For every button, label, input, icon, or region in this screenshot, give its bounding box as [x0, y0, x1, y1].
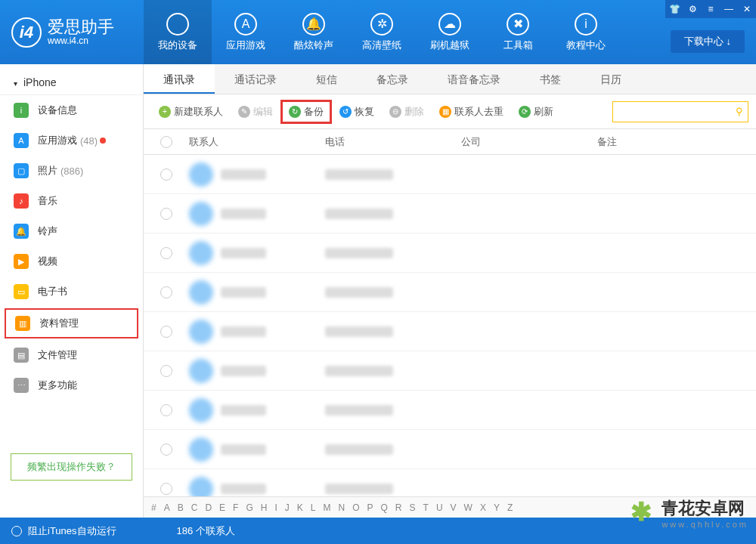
col-phone[interactable]: 电话	[325, 135, 461, 149]
row-checkbox[interactable]	[160, 483, 172, 495]
sidebar-item-3[interactable]: ♪音乐	[0, 186, 143, 216]
table-row[interactable]	[144, 273, 756, 312]
alpha-K[interactable]: K	[297, 502, 303, 513]
row-checkbox[interactable]	[160, 404, 172, 416]
search-box[interactable]: ⚲	[612, 101, 748, 122]
tool-恢复[interactable]: ↺恢复	[332, 101, 382, 122]
tool-刷新[interactable]: ⟳刷新	[511, 101, 561, 122]
alpha-#[interactable]: #	[151, 502, 156, 513]
help-link[interactable]: 频繁出现操作失败？	[11, 453, 132, 481]
sub-tab-6[interactable]: 日历	[581, 64, 641, 94]
nav-tab-3[interactable]: ✲高清壁纸	[348, 0, 416, 64]
alpha-A[interactable]: A	[164, 502, 170, 513]
avatar	[189, 320, 213, 344]
nav-tab-5[interactable]: ✖工具箱	[484, 0, 552, 64]
close-button[interactable]: ✕	[738, 0, 756, 18]
alpha-P[interactable]: P	[367, 502, 373, 513]
table-row[interactable]	[144, 155, 756, 194]
alpha-S[interactable]: S	[410, 502, 416, 513]
alpha-J[interactable]: J	[285, 502, 290, 513]
alpha-U[interactable]: U	[436, 502, 443, 513]
search-icon[interactable]: ⚲	[736, 106, 743, 117]
nav-tab-6[interactable]: i教程中心	[552, 0, 620, 64]
sub-tab-4[interactable]: 语音备忘录	[428, 64, 520, 94]
nav-tab-1[interactable]: A应用游戏	[212, 0, 280, 64]
alpha-I[interactable]: I	[274, 502, 277, 513]
alpha-D[interactable]: D	[205, 502, 212, 513]
table-row[interactable]	[144, 312, 756, 351]
alpha-R[interactable]: R	[395, 502, 402, 513]
sidebar-item-8[interactable]: ▤文件管理	[0, 340, 143, 370]
alpha-Q[interactable]: Q	[381, 502, 388, 513]
alpha-H[interactable]: H	[261, 502, 268, 513]
nav-tab-2[interactable]: 🔔酷炫铃声	[280, 0, 348, 64]
sidebar-icon: ▥	[15, 316, 30, 331]
sidebar-item-6[interactable]: ▭电子书	[0, 277, 143, 307]
sub-tab-2[interactable]: 短信	[296, 64, 357, 94]
sub-tab-1[interactable]: 通话记录	[215, 64, 296, 94]
sub-tab-0[interactable]: 通讯录	[144, 64, 215, 94]
alpha-T[interactable]: T	[423, 502, 429, 513]
table-row[interactable]	[144, 469, 756, 496]
sidebar-item-7[interactable]: ▥资料管理	[5, 308, 138, 338]
avatar	[189, 280, 213, 304]
alpha-G[interactable]: G	[246, 502, 253, 513]
alpha-Z[interactable]: Z	[507, 502, 513, 513]
minimize-button[interactable]: —	[720, 0, 738, 18]
table-row[interactable]	[144, 233, 756, 273]
device-selector[interactable]: iPhone	[0, 70, 143, 95]
tool-删除[interactable]: ⊖删除	[382, 101, 432, 122]
sidebar-item-0[interactable]: i设备信息	[0, 95, 143, 125]
menu-icon[interactable]: ≡	[702, 0, 720, 18]
shirt-icon[interactable]: 👕	[665, 0, 683, 18]
alpha-W[interactable]: W	[464, 502, 472, 513]
sidebar-item-5[interactable]: ▶视频	[0, 246, 143, 277]
sub-tab-5[interactable]: 书签	[520, 64, 581, 94]
alpha-M[interactable]: M	[323, 502, 330, 513]
table-row[interactable]	[144, 194, 756, 233]
table-row[interactable]	[144, 351, 756, 391]
avatar	[189, 477, 213, 497]
alpha-E[interactable]: E	[219, 502, 225, 513]
table-row[interactable]	[144, 430, 756, 469]
alpha-X[interactable]: X	[480, 502, 486, 513]
col-contact[interactable]: 联系人	[181, 135, 325, 149]
alpha-O[interactable]: O	[352, 502, 359, 513]
alpha-C[interactable]: C	[191, 502, 198, 513]
select-all-checkbox[interactable]	[160, 136, 172, 148]
sub-tab-3[interactable]: 备忘录	[357, 64, 428, 94]
row-checkbox[interactable]	[160, 168, 172, 181]
alpha-Y[interactable]: Y	[494, 502, 500, 513]
row-checkbox[interactable]	[160, 247, 172, 259]
row-checkbox[interactable]	[160, 444, 172, 456]
alpha-B[interactable]: B	[178, 502, 184, 513]
row-checkbox[interactable]	[160, 286, 172, 298]
table-row[interactable]	[144, 391, 756, 430]
alpha-F[interactable]: F	[233, 502, 238, 513]
sidebar-item-1[interactable]: A应用游戏(48)	[0, 125, 143, 156]
col-company[interactable]: 公司	[461, 135, 597, 149]
nav-icon: i	[575, 13, 597, 36]
tool-备份[interactable]: ↻备份	[280, 100, 332, 124]
row-checkbox[interactable]	[160, 326, 172, 338]
sidebar-item-4[interactable]: 🔔铃声	[0, 216, 143, 246]
search-input[interactable]	[613, 102, 748, 122]
tool-联系人去重[interactable]: ▦联系人去重	[432, 101, 511, 122]
sidebar-item-9[interactable]: ⋯更多功能	[0, 370, 143, 400]
nav-tab-0[interactable]: 我的设备	[144, 0, 212, 64]
settings-icon[interactable]: ⚙	[683, 0, 702, 18]
col-note[interactable]: 备注	[597, 135, 756, 149]
alpha-L[interactable]: L	[311, 502, 316, 513]
sidebar-item-2[interactable]: ▢照片(886)	[0, 156, 143, 186]
row-checkbox[interactable]	[160, 365, 172, 377]
alpha-N[interactable]: N	[338, 502, 345, 513]
row-checkbox[interactable]	[160, 208, 172, 220]
sidebar-icon: ▢	[14, 163, 29, 178]
tool-新建联系人[interactable]: +新建联系人	[151, 101, 231, 122]
nav-tab-4[interactable]: ☁刷机越狱	[416, 0, 484, 64]
tool-编辑[interactable]: ✎编辑	[231, 101, 280, 122]
itunes-block-checkbox[interactable]	[11, 526, 22, 536]
logo-title: 爱思助手	[48, 18, 114, 36]
alpha-V[interactable]: V	[451, 502, 457, 513]
download-center-button[interactable]: 下载中心 ↓	[671, 30, 745, 53]
